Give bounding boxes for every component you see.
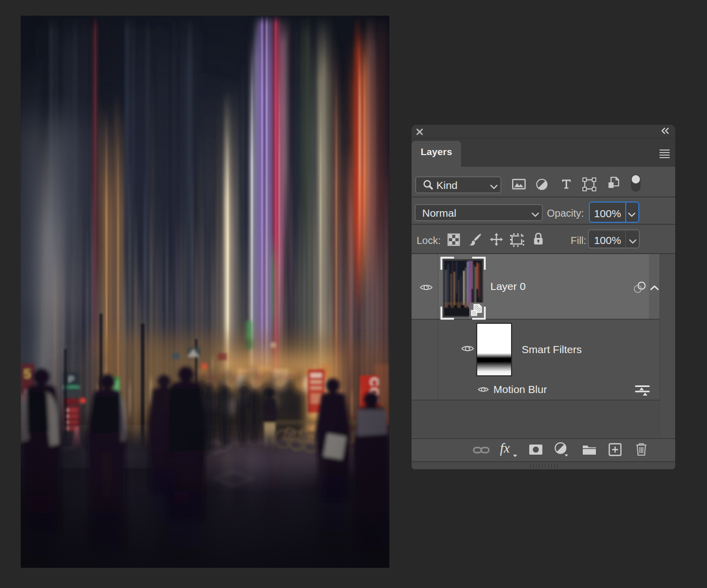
svg-text:fx: fx: [500, 442, 510, 456]
